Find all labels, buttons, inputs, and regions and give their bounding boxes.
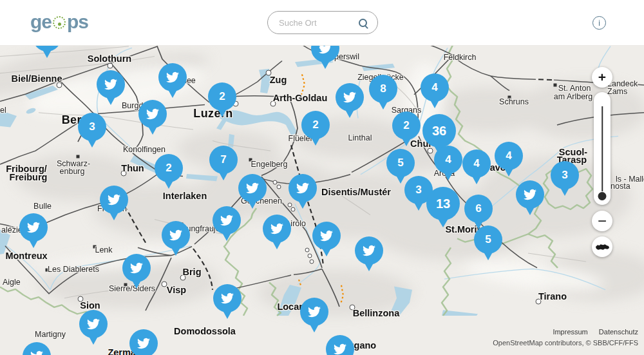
cluster-marker[interactable]: 5 — [474, 225, 502, 254]
twitter-marker[interactable] — [138, 100, 167, 128]
twitter-marker[interactable] — [311, 45, 339, 62]
cluster-marker[interactable]: 2 — [301, 111, 330, 139]
search-icon[interactable] — [359, 19, 367, 27]
twitter-bird-icon — [317, 45, 333, 55]
datenschutz-link[interactable]: Datenschutz — [599, 328, 638, 336]
twitter-bird-icon — [220, 292, 235, 305]
impressum-link[interactable]: Impressum — [553, 328, 587, 336]
map-label: Les Diablerets — [48, 265, 99, 274]
twitter-bird-icon — [361, 244, 377, 257]
geops-map-app: SolothurnBiel/BienneBernLuzernZugArth-Go… — [0, 0, 644, 355]
cluster-marker[interactable]: 2 — [392, 111, 421, 140]
marker-bubble — [129, 329, 158, 355]
geops-logo[interactable]: geps — [30, 11, 88, 33]
zoom-slider[interactable] — [594, 92, 611, 205]
marker-bubble — [100, 186, 128, 214]
map-label: Feldkirch — [444, 53, 477, 62]
header-bar: geps i — [0, 0, 644, 46]
twitter-bird-icon — [307, 305, 322, 318]
twitter-marker[interactable] — [516, 180, 544, 209]
twitter-marker[interactable] — [23, 342, 51, 355]
cluster-count: 4 — [495, 142, 523, 170]
twitter-marker[interactable] — [263, 215, 291, 243]
cluster-count: 4 — [421, 73, 449, 102]
twitter-bird-icon — [219, 214, 234, 227]
cluster-marker[interactable]: 36 — [422, 114, 456, 148]
twitter-marker[interactable] — [312, 222, 341, 250]
marker-bubble — [516, 180, 544, 209]
twitter-marker[interactable] — [129, 329, 158, 355]
zoom-slider-knob[interactable] — [598, 192, 607, 200]
twitter-bird-icon — [165, 71, 180, 84]
twitter-marker[interactable] — [19, 213, 48, 242]
place-search-box[interactable] — [267, 11, 378, 34]
cluster-marker[interactable]: 8 — [369, 75, 397, 103]
map-copyright: OpenStreetMap contributors, © SBB/CFF/FF… — [493, 338, 638, 349]
twitter-bird-icon — [106, 193, 122, 206]
cluster-marker[interactable]: 4 — [434, 146, 462, 174]
map-label: Arth-Goldau — [273, 93, 328, 103]
zoom-in-button[interactable]: + — [592, 67, 612, 88]
marker-bubble — [162, 221, 190, 249]
twitter-marker[interactable] — [162, 221, 190, 249]
cluster-marker[interactable]: 4 — [421, 73, 449, 102]
twitter-bird-icon — [342, 91, 357, 104]
marker-bubble — [289, 174, 317, 202]
twitter-marker[interactable] — [355, 236, 383, 265]
twitter-marker[interactable] — [79, 310, 108, 338]
twitter-marker[interactable] — [336, 83, 364, 111]
twitter-marker[interactable] — [213, 284, 242, 312]
twitter-marker[interactable] — [33, 45, 61, 52]
marker-bubble — [312, 222, 341, 250]
twitter-marker[interactable] — [158, 63, 187, 91]
logo-text-ps: ps — [67, 11, 88, 32]
twitter-marker[interactable] — [238, 174, 267, 202]
cluster-marker[interactable]: 6 — [464, 195, 493, 223]
twitter-bird-icon — [86, 318, 101, 331]
map-label: Engelberg — [251, 160, 288, 169]
marker-bubble — [97, 70, 125, 99]
map-label: Tirano — [538, 291, 567, 302]
cluster-marker[interactable]: 13 — [426, 187, 460, 220]
cluster-marker[interactable]: 3 — [78, 113, 106, 141]
marker-bubble — [300, 298, 328, 326]
search-input[interactable] — [278, 17, 356, 28]
twitter-marker[interactable] — [100, 186, 128, 214]
cluster-count: 2 — [155, 154, 183, 182]
map-label: Lenk — [95, 245, 112, 254]
cluster-marker[interactable]: 2 — [155, 154, 183, 182]
cluster-count: 4 — [462, 149, 491, 178]
cluster-marker[interactable]: 4 — [495, 142, 523, 170]
twitter-marker[interactable] — [300, 298, 328, 326]
cluster-marker[interactable]: 3 — [551, 161, 579, 189]
marker-bubble — [213, 284, 242, 312]
twitter-marker[interactable] — [289, 174, 317, 202]
map-label: Thun — [121, 163, 144, 173]
twitter-bird-icon — [145, 108, 160, 120]
twitter-bird-icon — [26, 221, 41, 234]
cluster-count: 13 — [426, 187, 460, 220]
map-label: Zams — [607, 87, 627, 96]
cluster-marker[interactable]: 5 — [386, 149, 415, 177]
map-canvas[interactable]: SolothurnBiel/BienneBernLuzernZugArth-Go… — [0, 45, 644, 355]
twitter-marker[interactable] — [97, 70, 125, 99]
cluster-count: 6 — [464, 195, 493, 223]
cluster-marker[interactable]: 2 — [208, 82, 236, 111]
map-label: Visp — [167, 285, 186, 295]
twitter-marker[interactable] — [213, 206, 241, 235]
twitter-marker[interactable] — [122, 254, 151, 282]
station-dot — [291, 207, 296, 212]
cluster-marker[interactable]: 7 — [209, 146, 238, 174]
twitter-bird-icon — [319, 229, 334, 242]
cluster-count: 8 — [369, 75, 397, 103]
switzerland-extent-button[interactable] — [592, 236, 612, 257]
map-label: Sion — [80, 300, 100, 311]
map-label: Montreux — [5, 251, 47, 261]
cluster-marker[interactable]: 4 — [462, 149, 491, 178]
marker-bubble — [336, 83, 364, 111]
cluster-count: 2 — [301, 111, 330, 139]
zoom-out-button[interactable]: − — [592, 211, 612, 231]
map-label: Freiburg — [10, 172, 48, 182]
twitter-marker[interactable] — [326, 335, 354, 355]
info-button[interactable]: i — [592, 16, 606, 30]
